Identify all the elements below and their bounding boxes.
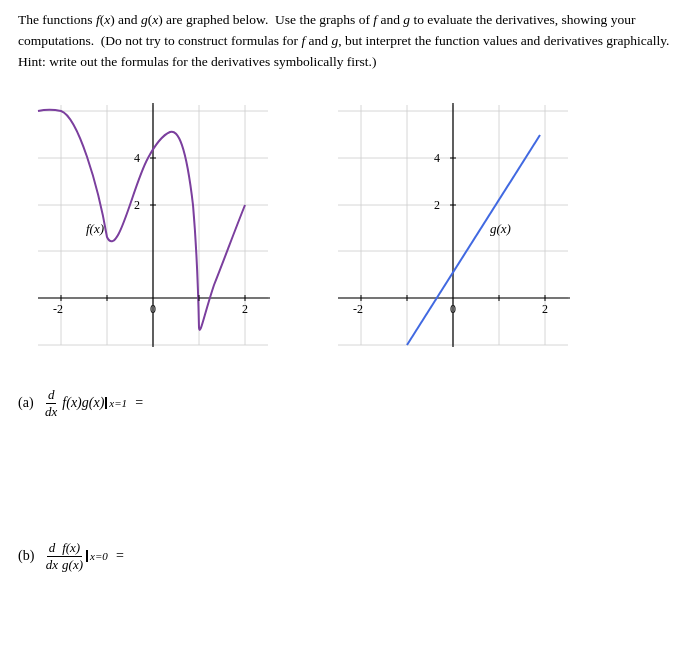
svg-text:0: 0 — [150, 302, 156, 316]
svg-text:g(x): g(x) — [490, 221, 511, 236]
part-a-denominator: dx — [43, 404, 59, 420]
svg-line-44 — [407, 135, 540, 345]
part-b-eval: x=0 — [86, 550, 108, 562]
svg-text:2: 2 — [542, 302, 548, 316]
part-a-fraction: d dx — [43, 387, 59, 420]
graph-gx-svg: -2 0 2 2 4 g(x) — [318, 85, 588, 365]
part-b-gx: g(x) — [62, 557, 83, 573]
part-a-section: (a) d dx f(x)g(x) x=1 = — [18, 387, 682, 420]
part-a-eval: x=1 — [105, 397, 127, 409]
part-b-d-num: d — [49, 540, 56, 556]
part-a-row: (a) d dx f(x)g(x) x=1 = — [18, 387, 682, 420]
intro-text: The functions f(x) and g(x) are graphed … — [18, 10, 682, 73]
part-a-eval-at: x=1 — [109, 397, 127, 409]
graph-fx-svg: -2 0 2 2 4 f(x) — [18, 85, 288, 365]
part-b-fx: f(x) — [62, 540, 80, 556]
svg-text:f(x): f(x) — [86, 221, 104, 236]
part-b-fraction: d f(x) dx g(x) — [44, 540, 85, 573]
part-b-section: (b) d f(x) dx g(x) x=0 = — [18, 540, 682, 573]
svg-text:2: 2 — [434, 198, 440, 212]
part-a-equals: = — [135, 395, 143, 411]
svg-text:-2: -2 — [53, 302, 63, 316]
graph-gx: -2 0 2 2 4 g(x) — [318, 85, 588, 369]
graphs-row: -2 0 2 2 4 f(x) — [18, 85, 682, 369]
part-b-dx-den: dx — [46, 557, 58, 573]
svg-text:2: 2 — [134, 198, 140, 212]
part-b-label: (b) — [18, 548, 34, 564]
svg-text:4: 4 — [434, 151, 440, 165]
svg-text:2: 2 — [242, 302, 248, 316]
part-b-denominator: dx g(x) — [44, 557, 85, 573]
part-b-row: (b) d f(x) dx g(x) x=0 = — [18, 540, 682, 573]
part-b-eval-at: x=0 — [90, 550, 108, 562]
svg-text:0: 0 — [450, 302, 456, 316]
graph-fx: -2 0 2 2 4 f(x) — [18, 85, 288, 369]
part-a-func: f(x)g(x) — [62, 395, 104, 411]
part-a-label: (a) — [18, 395, 34, 411]
part-b-numerator: d f(x) — [47, 540, 83, 557]
part-b-equals: = — [116, 548, 124, 564]
part-a-numerator: d — [46, 387, 57, 404]
svg-text:-2: -2 — [353, 302, 363, 316]
svg-text:4: 4 — [134, 151, 140, 165]
